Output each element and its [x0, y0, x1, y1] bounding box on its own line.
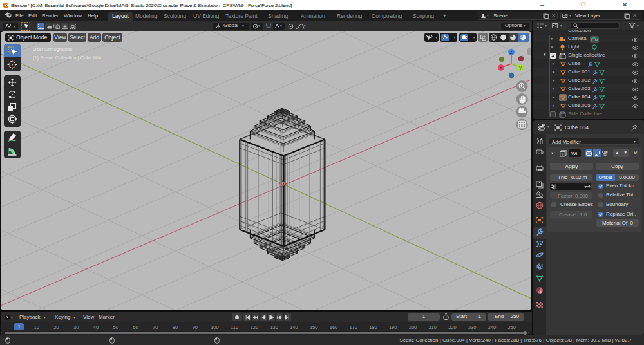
- svg-text:X: X: [500, 66, 503, 70]
- svg-text:Y: Y: [519, 66, 522, 70]
- svg-text:Z: Z: [510, 50, 513, 55]
